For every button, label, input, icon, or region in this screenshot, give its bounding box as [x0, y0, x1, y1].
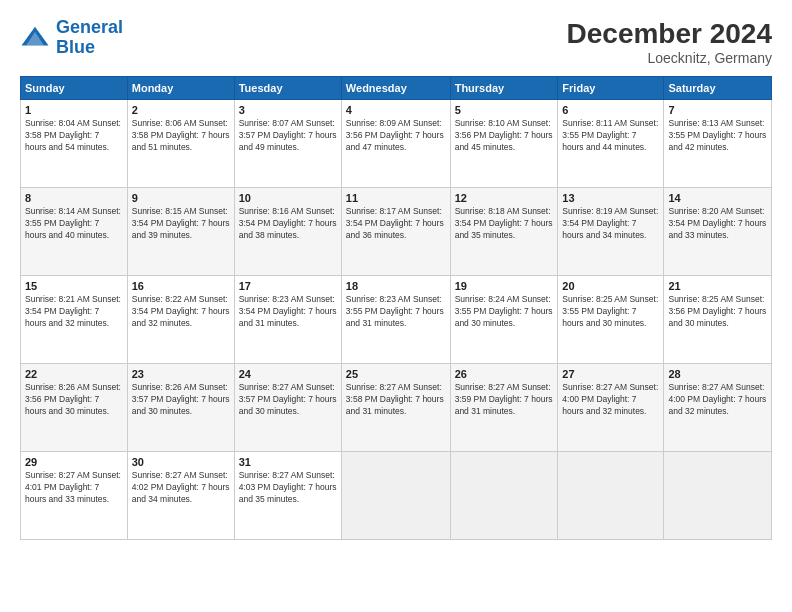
calendar-cell: 26Sunrise: 8:27 AM Sunset: 3:59 PM Dayli…: [450, 364, 558, 452]
day-number: 11: [346, 192, 446, 204]
day-info: Sunrise: 8:21 AM Sunset: 3:54 PM Dayligh…: [25, 294, 123, 330]
calendar-table: Sunday Monday Tuesday Wednesday Thursday…: [20, 76, 772, 540]
calendar-cell: 10Sunrise: 8:16 AM Sunset: 3:54 PM Dayli…: [234, 188, 341, 276]
day-number: 5: [455, 104, 554, 116]
calendar-cell: 1Sunrise: 8:04 AM Sunset: 3:58 PM Daylig…: [21, 100, 128, 188]
day-info: Sunrise: 8:27 AM Sunset: 4:02 PM Dayligh…: [132, 470, 230, 506]
day-number: 17: [239, 280, 337, 292]
calendar-cell: 15Sunrise: 8:21 AM Sunset: 3:54 PM Dayli…: [21, 276, 128, 364]
calendar-cell: 16Sunrise: 8:22 AM Sunset: 3:54 PM Dayli…: [127, 276, 234, 364]
day-number: 7: [668, 104, 767, 116]
calendar-cell: 13Sunrise: 8:19 AM Sunset: 3:54 PM Dayli…: [558, 188, 664, 276]
calendar-cell: 6Sunrise: 8:11 AM Sunset: 3:55 PM Daylig…: [558, 100, 664, 188]
day-info: Sunrise: 8:15 AM Sunset: 3:54 PM Dayligh…: [132, 206, 230, 242]
calendar-cell: 24Sunrise: 8:27 AM Sunset: 3:57 PM Dayli…: [234, 364, 341, 452]
calendar-cell: 20Sunrise: 8:25 AM Sunset: 3:55 PM Dayli…: [558, 276, 664, 364]
calendar-cell: 27Sunrise: 8:27 AM Sunset: 4:00 PM Dayli…: [558, 364, 664, 452]
day-info: Sunrise: 8:09 AM Sunset: 3:56 PM Dayligh…: [346, 118, 446, 154]
calendar-cell: [341, 452, 450, 540]
day-number: 4: [346, 104, 446, 116]
day-number: 21: [668, 280, 767, 292]
location-subtitle: Loecknitz, Germany: [567, 50, 772, 66]
header-saturday: Saturday: [664, 77, 772, 100]
calendar-cell: 30Sunrise: 8:27 AM Sunset: 4:02 PM Dayli…: [127, 452, 234, 540]
day-info: Sunrise: 8:25 AM Sunset: 3:55 PM Dayligh…: [562, 294, 659, 330]
day-number: 22: [25, 368, 123, 380]
day-info: Sunrise: 8:14 AM Sunset: 3:55 PM Dayligh…: [25, 206, 123, 242]
calendar-cell: 3Sunrise: 8:07 AM Sunset: 3:57 PM Daylig…: [234, 100, 341, 188]
day-info: Sunrise: 8:18 AM Sunset: 3:54 PM Dayligh…: [455, 206, 554, 242]
calendar-cell: 23Sunrise: 8:26 AM Sunset: 3:57 PM Dayli…: [127, 364, 234, 452]
header-wednesday: Wednesday: [341, 77, 450, 100]
calendar-cell: 25Sunrise: 8:27 AM Sunset: 3:58 PM Dayli…: [341, 364, 450, 452]
day-number: 29: [25, 456, 123, 468]
day-number: 13: [562, 192, 659, 204]
header-thursday: Thursday: [450, 77, 558, 100]
day-info: Sunrise: 8:13 AM Sunset: 3:55 PM Dayligh…: [668, 118, 767, 154]
calendar-cell: 7Sunrise: 8:13 AM Sunset: 3:55 PM Daylig…: [664, 100, 772, 188]
calendar-cell: 12Sunrise: 8:18 AM Sunset: 3:54 PM Dayli…: [450, 188, 558, 276]
calendar-cell: 28Sunrise: 8:27 AM Sunset: 4:00 PM Dayli…: [664, 364, 772, 452]
header-sunday: Sunday: [21, 77, 128, 100]
day-number: 9: [132, 192, 230, 204]
calendar-cell: 4Sunrise: 8:09 AM Sunset: 3:56 PM Daylig…: [341, 100, 450, 188]
day-number: 10: [239, 192, 337, 204]
day-info: Sunrise: 8:20 AM Sunset: 3:54 PM Dayligh…: [668, 206, 767, 242]
day-number: 15: [25, 280, 123, 292]
logo-icon: [20, 23, 50, 53]
day-number: 19: [455, 280, 554, 292]
day-info: Sunrise: 8:27 AM Sunset: 3:58 PM Dayligh…: [346, 382, 446, 418]
day-info: Sunrise: 8:27 AM Sunset: 4:01 PM Dayligh…: [25, 470, 123, 506]
day-number: 2: [132, 104, 230, 116]
day-info: Sunrise: 8:26 AM Sunset: 3:56 PM Dayligh…: [25, 382, 123, 418]
day-info: Sunrise: 8:26 AM Sunset: 3:57 PM Dayligh…: [132, 382, 230, 418]
day-number: 30: [132, 456, 230, 468]
calendar-cell: 17Sunrise: 8:23 AM Sunset: 3:54 PM Dayli…: [234, 276, 341, 364]
month-year-title: December 2024: [567, 18, 772, 50]
calendar-cell: 22Sunrise: 8:26 AM Sunset: 3:56 PM Dayli…: [21, 364, 128, 452]
day-number: 25: [346, 368, 446, 380]
calendar-cell: 21Sunrise: 8:25 AM Sunset: 3:56 PM Dayli…: [664, 276, 772, 364]
calendar-cell: 31Sunrise: 8:27 AM Sunset: 4:03 PM Dayli…: [234, 452, 341, 540]
day-number: 18: [346, 280, 446, 292]
calendar-cell: 29Sunrise: 8:27 AM Sunset: 4:01 PM Dayli…: [21, 452, 128, 540]
day-info: Sunrise: 8:27 AM Sunset: 3:59 PM Dayligh…: [455, 382, 554, 418]
day-number: 6: [562, 104, 659, 116]
title-block: December 2024 Loecknitz, Germany: [567, 18, 772, 66]
day-info: Sunrise: 8:24 AM Sunset: 3:55 PM Dayligh…: [455, 294, 554, 330]
day-info: Sunrise: 8:22 AM Sunset: 3:54 PM Dayligh…: [132, 294, 230, 330]
day-info: Sunrise: 8:07 AM Sunset: 3:57 PM Dayligh…: [239, 118, 337, 154]
day-number: 27: [562, 368, 659, 380]
header-friday: Friday: [558, 77, 664, 100]
day-info: Sunrise: 8:25 AM Sunset: 3:56 PM Dayligh…: [668, 294, 767, 330]
day-number: 28: [668, 368, 767, 380]
calendar-header-row: Sunday Monday Tuesday Wednesday Thursday…: [21, 77, 772, 100]
day-number: 20: [562, 280, 659, 292]
logo-text: General Blue: [56, 18, 123, 58]
calendar-cell: [450, 452, 558, 540]
calendar-cell: [558, 452, 664, 540]
calendar-week-row: 29Sunrise: 8:27 AM Sunset: 4:01 PM Dayli…: [21, 452, 772, 540]
logo: General Blue: [20, 18, 123, 58]
calendar-cell: 5Sunrise: 8:10 AM Sunset: 3:56 PM Daylig…: [450, 100, 558, 188]
day-number: 23: [132, 368, 230, 380]
page: General Blue December 2024 Loecknitz, Ge…: [0, 0, 792, 612]
calendar-week-row: 22Sunrise: 8:26 AM Sunset: 3:56 PM Dayli…: [21, 364, 772, 452]
day-info: Sunrise: 8:11 AM Sunset: 3:55 PM Dayligh…: [562, 118, 659, 154]
day-info: Sunrise: 8:27 AM Sunset: 4:03 PM Dayligh…: [239, 470, 337, 506]
day-number: 12: [455, 192, 554, 204]
calendar-week-row: 8Sunrise: 8:14 AM Sunset: 3:55 PM Daylig…: [21, 188, 772, 276]
day-info: Sunrise: 8:10 AM Sunset: 3:56 PM Dayligh…: [455, 118, 554, 154]
day-info: Sunrise: 8:27 AM Sunset: 4:00 PM Dayligh…: [562, 382, 659, 418]
day-info: Sunrise: 8:19 AM Sunset: 3:54 PM Dayligh…: [562, 206, 659, 242]
calendar-week-row: 15Sunrise: 8:21 AM Sunset: 3:54 PM Dayli…: [21, 276, 772, 364]
calendar-cell: 18Sunrise: 8:23 AM Sunset: 3:55 PM Dayli…: [341, 276, 450, 364]
day-info: Sunrise: 8:16 AM Sunset: 3:54 PM Dayligh…: [239, 206, 337, 242]
calendar-cell: 11Sunrise: 8:17 AM Sunset: 3:54 PM Dayli…: [341, 188, 450, 276]
calendar-cell: [664, 452, 772, 540]
calendar-week-row: 1Sunrise: 8:04 AM Sunset: 3:58 PM Daylig…: [21, 100, 772, 188]
day-info: Sunrise: 8:23 AM Sunset: 3:54 PM Dayligh…: [239, 294, 337, 330]
calendar-cell: 8Sunrise: 8:14 AM Sunset: 3:55 PM Daylig…: [21, 188, 128, 276]
day-info: Sunrise: 8:04 AM Sunset: 3:58 PM Dayligh…: [25, 118, 123, 154]
day-number: 31: [239, 456, 337, 468]
